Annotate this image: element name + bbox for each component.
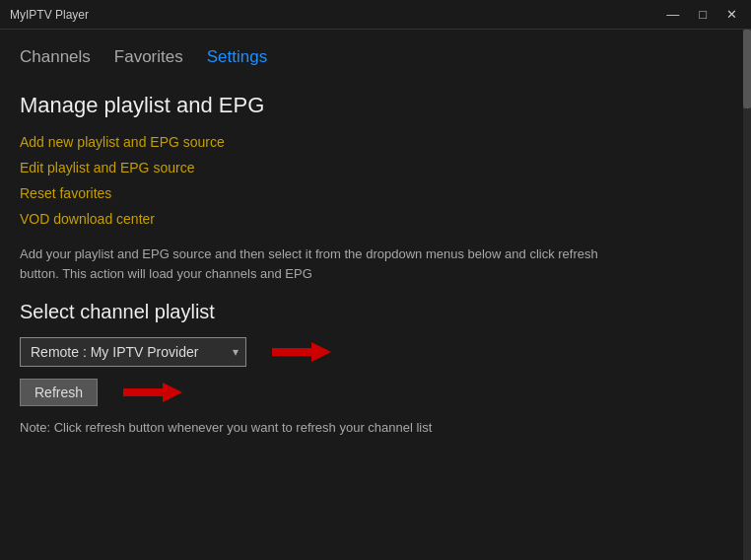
section-title: Manage playlist and EPG	[20, 93, 723, 118]
link-vod-download[interactable]: VOD download center	[20, 211, 723, 227]
tab-channels[interactable]: Channels	[20, 45, 91, 69]
tab-favorites[interactable]: Favorites	[114, 45, 183, 69]
subsection-title: Select channel playlist	[20, 301, 723, 323]
playlist-dropdown[interactable]: Remote : My IPTV Provider	[20, 337, 246, 367]
link-edit-playlist[interactable]: Edit playlist and EPG source	[20, 160, 723, 175]
window-controls: — □ ✕	[662, 7, 741, 22]
scrollbar-thumb[interactable]	[743, 30, 751, 108]
note-text: Note: Click refresh button whenever you …	[20, 420, 723, 435]
refresh-button[interactable]: Refresh	[20, 379, 98, 406]
close-button[interactable]: ✕	[722, 7, 741, 22]
minimize-button[interactable]: —	[662, 7, 683, 22]
window-title: MyIPTV Player	[10, 8, 89, 22]
svg-marker-1	[123, 383, 182, 402]
content-area: Channels Favorites Settings Manage playl…	[0, 30, 743, 560]
main-layout: Channels Favorites Settings Manage playl…	[0, 30, 751, 560]
maximize-button[interactable]: □	[695, 7, 711, 22]
description-text: Add your playlist and EPG source and the…	[20, 245, 631, 283]
tab-settings[interactable]: Settings	[207, 45, 267, 69]
scrollbar[interactable]	[743, 30, 751, 560]
link-add-playlist[interactable]: Add new playlist and EPG source	[20, 134, 723, 150]
playlist-dropdown-container: Remote : My IPTV Provider ▾	[20, 337, 246, 367]
title-bar: MyIPTV Player — □ ✕	[0, 0, 751, 30]
red-arrow-svg	[272, 340, 331, 364]
svg-marker-0	[272, 342, 331, 362]
link-reset-favorites[interactable]: Reset favorites	[20, 185, 723, 201]
refresh-arrow-annotation	[123, 381, 182, 404]
dropdown-row: Remote : My IPTV Provider ▾	[20, 337, 723, 367]
refresh-red-arrow-svg	[123, 381, 182, 404]
nav-tabs: Channels Favorites Settings	[20, 45, 723, 69]
refresh-row: Refresh	[20, 379, 723, 406]
dropdown-arrow-annotation	[272, 340, 331, 364]
